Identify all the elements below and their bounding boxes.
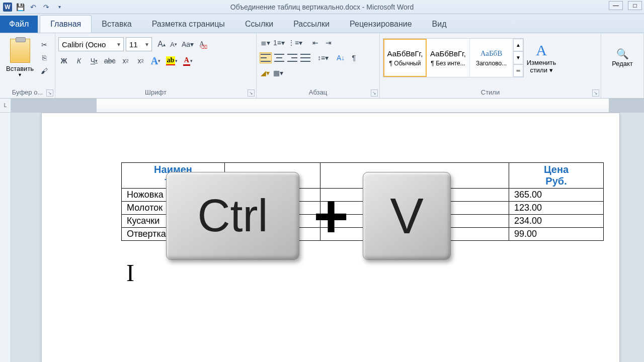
font-name-combo[interactable]: Calibri (Осно ▼ <box>58 37 124 51</box>
ctrl-key: Ctrl <box>166 172 299 260</box>
styles-gallery[interactable]: АаБбВвГг, ¶ Обычный АаБбВвГг, ¶ Без инте… <box>383 38 524 77</box>
group-font-label: Шрифт <box>58 87 253 97</box>
redo-icon[interactable]: ↷ <box>41 2 51 12</box>
strikethrough-button[interactable]: abc <box>104 55 116 66</box>
change-styles-icon: A <box>536 42 547 59</box>
shrink-font-icon[interactable]: A▾ <box>168 39 179 50</box>
tab-references[interactable]: Ссылки <box>235 16 283 33</box>
style-no-spacing[interactable]: АаБбВвГг, ¶ Без инте... <box>427 39 470 77</box>
borders-icon[interactable]: ▦▾ <box>273 67 284 78</box>
align-justify-button[interactable] <box>300 52 311 63</box>
style-heading1[interactable]: АаБбВ Заголово... <box>470 39 513 77</box>
highlight-icon[interactable]: ab▾ <box>166 55 179 66</box>
tab-insert[interactable]: Вставка <box>92 16 141 33</box>
style-normal[interactable]: АаБбВвГг, ¶ Обычный <box>383 39 427 77</box>
paste-dropdown-icon[interactable]: ▼ <box>18 72 22 77</box>
font-name-value: Calibri (Осно <box>62 40 106 49</box>
chevron-down-icon: ▼ <box>116 42 121 47</box>
group-styles-label: Стили <box>383 87 598 97</box>
word-app-icon: W <box>3 3 12 12</box>
tab-mailings[interactable]: Рассылки <box>283 16 340 33</box>
group-paragraph-label: Абзац <box>260 87 376 97</box>
editing-label: Редакт <box>612 60 633 67</box>
clipboard-launcher-icon[interactable]: ↘ <box>46 89 53 97</box>
font-size-combo[interactable]: 11 ▼ <box>126 37 152 51</box>
grow-font-icon[interactable]: A▴ <box>156 39 167 50</box>
tab-review[interactable]: Рецензирование <box>340 16 422 33</box>
show-marks-icon[interactable]: ¶ <box>348 52 359 63</box>
bold-button[interactable]: Ж <box>58 55 69 66</box>
align-center-button[interactable] <box>274 52 285 63</box>
paste-icon <box>10 39 30 63</box>
group-styles: АаБбВвГг, ¶ Обычный АаБбВвГг, ¶ Без инте… <box>380 33 601 98</box>
align-left-button[interactable] <box>260 52 272 63</box>
tab-selector[interactable]: L <box>0 99 11 112</box>
group-clipboard-label: Буфер о... <box>3 87 52 97</box>
quick-access-toolbar: W 💾 ↶ ↷ ▾ <box>0 2 64 12</box>
sort-icon[interactable]: A↓ <box>335 52 346 63</box>
font-color-icon[interactable]: A▾ <box>182 55 193 66</box>
group-editing: 🔍 Редакт <box>601 33 644 98</box>
window-controls: — □ <box>609 1 642 10</box>
qat-dropdown-icon[interactable]: ▾ <box>54 2 64 12</box>
minimize-button[interactable]: — <box>609 1 623 10</box>
font-launcher-icon[interactable]: ↘ <box>248 89 255 97</box>
copy-icon[interactable]: ⎘ <box>39 52 50 63</box>
find-icon: 🔍 <box>616 48 629 60</box>
horizontal-ruler[interactable] <box>11 99 644 112</box>
styles-launcher-icon[interactable]: ↘ <box>592 89 599 97</box>
multilevel-list-icon[interactable]: ⋮≡▾ <box>287 37 303 48</box>
underline-button[interactable]: Ч▾ <box>89 55 100 66</box>
shading-icon[interactable]: ◢▾ <box>260 67 271 78</box>
line-spacing-icon[interactable]: ↕≡▾ <box>317 52 329 63</box>
align-right-button[interactable] <box>287 52 298 63</box>
subscript-button[interactable]: x2 <box>120 55 131 66</box>
save-icon[interactable]: 💾 <box>15 2 25 12</box>
gallery-more-icon[interactable]: ═ <box>513 64 523 77</box>
italic-button[interactable]: К <box>73 55 85 66</box>
shortcut-overlay: Ctrl + V <box>166 172 451 260</box>
superscript-button[interactable]: x2 <box>135 55 146 66</box>
chevron-down-icon: ▼ <box>144 42 149 47</box>
tab-page-layout[interactable]: Разметка страницы <box>142 16 235 33</box>
change-styles-button[interactable]: A Изменить стили ▾ <box>524 36 559 80</box>
change-styles-label: Изменить стили ▾ <box>525 59 558 74</box>
paragraph-launcher-icon[interactable]: ↘ <box>371 89 378 97</box>
cut-icon[interactable]: ✂ <box>39 39 50 50</box>
title-bar: W 💾 ↶ ↷ ▾ Объединение таблиц вертикально… <box>0 0 644 14</box>
text-cursor-icon: I <box>126 259 134 287</box>
change-case-icon[interactable]: Aa▾ <box>181 39 194 50</box>
decrease-indent-icon[interactable]: ⇤ <box>310 37 321 48</box>
ruler-row: L <box>0 99 644 113</box>
plus-icon: + <box>313 186 349 246</box>
editing-button[interactable]: 🔍 Редакт <box>604 35 640 79</box>
paste-label: Вставить <box>6 65 34 72</box>
text-effects-icon[interactable]: A▾ <box>150 55 162 66</box>
maximize-button[interactable]: □ <box>628 1 642 10</box>
group-font: Calibri (Осно ▼ 11 ▼ A▴ A▾ Aa▾ A⌫ Ж К Ч▾… <box>55 33 257 98</box>
tab-home[interactable]: Главная <box>40 15 92 33</box>
undo-icon[interactable]: ↶ <box>28 2 38 12</box>
font-size-value: 11 <box>129 40 138 49</box>
gallery-down-icon[interactable]: ▼ <box>513 51 523 64</box>
clear-formatting-icon[interactable]: A⌫ <box>196 39 207 50</box>
paste-button[interactable]: Вставить ▼ <box>3 38 37 78</box>
v-key: V <box>363 172 451 260</box>
numbering-icon[interactable]: 1≡▾ <box>273 37 285 48</box>
group-paragraph: ≣▾ 1≡▾ ⋮≡▾ ⇤ ⇥ ↕≡▾ A↓ ¶ ◢▾ ▦▾ <box>257 33 380 98</box>
gallery-scroll[interactable]: ▲ ▼ ═ <box>513 39 523 77</box>
tab-file[interactable]: Файл <box>0 16 38 33</box>
increase-indent-icon[interactable]: ⇥ <box>323 37 334 48</box>
ribbon: Вставить ▼ ✂ ⎘ 🖌 Буфер о... ↘ Calibri (О… <box>0 33 644 99</box>
table-header-price[interactable]: Цена Руб. <box>509 163 604 189</box>
vertical-ruler[interactable] <box>0 113 11 362</box>
format-painter-icon[interactable]: 🖌 <box>39 65 50 76</box>
group-clipboard: Вставить ▼ ✂ ⎘ 🖌 Буфер о... ↘ <box>0 33 55 98</box>
bullets-icon[interactable]: ≣▾ <box>260 37 271 48</box>
tab-view[interactable]: Вид <box>422 16 457 33</box>
ribbon-tabs: Файл Главная Вставка Разметка страницы С… <box>0 14 644 33</box>
window-title: Объединение таблиц вертикально.docx - Mi… <box>230 3 414 11</box>
gallery-up-icon[interactable]: ▲ <box>513 39 523 51</box>
